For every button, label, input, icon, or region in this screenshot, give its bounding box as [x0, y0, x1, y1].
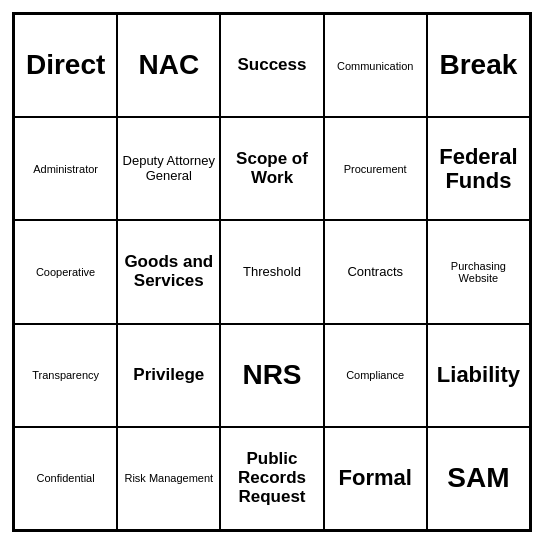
bingo-cell-17: NRS — [220, 324, 323, 427]
bingo-cell-24: SAM — [427, 427, 530, 530]
bingo-cell-23: Formal — [324, 427, 427, 530]
cell-text-15: Transparency — [32, 369, 99, 381]
bingo-cell-14: Purchasing Website — [427, 220, 530, 323]
cell-text-21: Risk Management — [124, 472, 213, 484]
cell-text-24: SAM — [447, 463, 509, 494]
bingo-cell-10: Cooperative — [14, 220, 117, 323]
cell-text-20: Confidential — [37, 472, 95, 484]
bingo-cell-11: Goods and Services — [117, 220, 220, 323]
cell-text-12: Threshold — [243, 265, 301, 279]
bingo-cell-3: Communication — [324, 14, 427, 117]
bingo-cell-13: Contracts — [324, 220, 427, 323]
bingo-cell-9: Federal Funds — [427, 117, 530, 220]
cell-text-3: Communication — [337, 60, 413, 72]
cell-text-13: Contracts — [347, 265, 403, 279]
bingo-cell-1: NAC — [117, 14, 220, 117]
cell-text-4: Break — [439, 50, 517, 81]
bingo-cell-7: Scope of Work — [220, 117, 323, 220]
bingo-cell-15: Transparency — [14, 324, 117, 427]
bingo-cell-20: Confidential — [14, 427, 117, 530]
cell-text-11: Goods and Services — [122, 253, 215, 290]
cell-text-16: Privilege — [133, 366, 204, 385]
bingo-cell-12: Threshold — [220, 220, 323, 323]
cell-text-9: Federal Funds — [432, 145, 525, 193]
bingo-card: DirectNACSuccessCommunicationBreakAdmini… — [12, 12, 532, 532]
bingo-cell-2: Success — [220, 14, 323, 117]
bingo-cell-4: Break — [427, 14, 530, 117]
bingo-cell-18: Compliance — [324, 324, 427, 427]
cell-text-10: Cooperative — [36, 266, 95, 278]
cell-text-2: Success — [237, 56, 306, 75]
bingo-cell-22: Public Records Request — [220, 427, 323, 530]
bingo-cell-6: Deputy Attorney General — [117, 117, 220, 220]
cell-text-7: Scope of Work — [225, 150, 318, 187]
bingo-cell-19: Liability — [427, 324, 530, 427]
cell-text-5: Administrator — [33, 163, 98, 175]
cell-text-22: Public Records Request — [225, 450, 318, 506]
bingo-cell-0: Direct — [14, 14, 117, 117]
cell-text-18: Compliance — [346, 369, 404, 381]
cell-text-6: Deputy Attorney General — [122, 154, 215, 183]
bingo-cell-8: Procurement — [324, 117, 427, 220]
cell-text-1: NAC — [138, 50, 199, 81]
bingo-cell-5: Administrator — [14, 117, 117, 220]
bingo-cell-21: Risk Management — [117, 427, 220, 530]
cell-text-0: Direct — [26, 50, 105, 81]
bingo-cell-16: Privilege — [117, 324, 220, 427]
cell-text-19: Liability — [437, 363, 520, 387]
cell-text-8: Procurement — [344, 163, 407, 175]
cell-text-23: Formal — [339, 466, 412, 490]
cell-text-17: NRS — [242, 360, 301, 391]
cell-text-14: Purchasing Website — [432, 260, 525, 284]
